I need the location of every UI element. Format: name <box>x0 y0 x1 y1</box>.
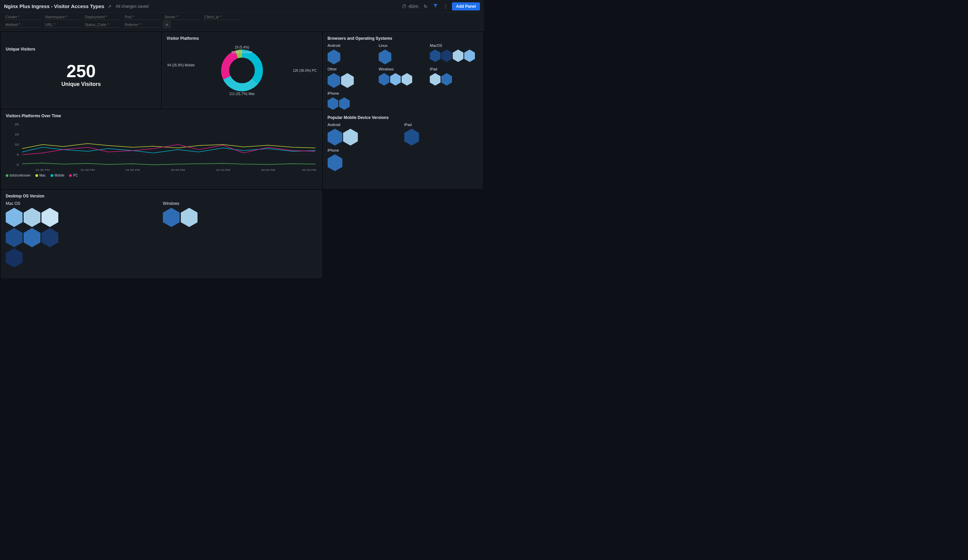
status-code-filter[interactable] <box>84 22 121 28</box>
over-time-panel: Visitors Platforms Over Time 20 15 10 5 … <box>2 110 322 188</box>
add-panel-button[interactable]: Add Panel <box>452 2 480 10</box>
share-icon[interactable]: ↗ <box>108 4 111 9</box>
svg-text:02:30 PM: 02:30 PM <box>302 169 317 172</box>
mac-hex-7 <box>6 249 23 268</box>
legend-mobile-label: Mobile <box>55 174 65 177</box>
refresh-button[interactable]: ↻ <box>422 2 429 10</box>
pod-filter[interactable] <box>123 14 161 20</box>
filter-bar: + <box>0 13 484 31</box>
ipad-hex-1 <box>430 73 441 86</box>
donut-label-pc: 126 (36.0%) PC <box>293 68 317 73</box>
popular-iphone-hexes <box>328 154 478 171</box>
browser-linux: Linux <box>378 43 427 65</box>
line-chart-container: 20 15 10 5 0 01:30 PM 01:40 PM 01:50 PM … <box>6 121 318 172</box>
legend-bots: bots/unknown <box>6 174 31 177</box>
namespace-filter[interactable] <box>44 14 81 20</box>
svg-text:0: 0 <box>17 163 19 166</box>
win-hex-2 <box>181 208 197 227</box>
cluster-filter[interactable] <box>4 14 41 20</box>
svg-text:01:30 PM: 01:30 PM <box>36 169 50 172</box>
referrer-filter[interactable] <box>123 22 161 28</box>
browser-other: Other <box>328 67 376 88</box>
header-actions: ⏱ -60m ↻ ⋮ Add Panel <box>400 2 480 10</box>
linux-label: Linux <box>378 43 427 48</box>
windows-hexes <box>378 73 427 86</box>
browser-iphone: iPhone <box>328 91 478 110</box>
macos-hexes <box>430 50 478 62</box>
svg-text:02:20 PM: 02:20 PM <box>261 169 275 172</box>
filter-row-1 <box>4 14 480 20</box>
linux-hexes <box>378 50 427 65</box>
iphone-hex-2 <box>339 98 350 110</box>
legend-pc: PC <box>69 174 78 177</box>
desktop-os-panel: Desktop OS Version Mac OS Windows <box>2 190 322 278</box>
url-filter[interactable] <box>44 22 81 28</box>
legend-mac: Mac <box>35 174 46 177</box>
legend-bots-dot <box>6 174 8 177</box>
desktop-windows-label: Windows <box>163 201 317 206</box>
popular-iphone-section: iPhone <box>328 148 478 171</box>
page-title: Nginx Plus Ingress - Visitor Access Type… <box>4 3 104 9</box>
mac-hex-1 <box>6 208 23 227</box>
svg-text:02:00 PM: 02:00 PM <box>171 169 185 172</box>
android-hexes <box>328 50 376 65</box>
svg-text:02:10 PM: 02:10 PM <box>216 169 230 172</box>
method-filter[interactable] <box>4 22 41 28</box>
linux-hex-1 <box>378 50 391 65</box>
popular-iphone-label: iPhone <box>328 148 478 152</box>
server-filter[interactable] <box>163 14 200 20</box>
macos-label: MacOS <box>430 43 478 48</box>
popular-ipad-label: iPad <box>404 123 478 127</box>
windows-hex-3 <box>401 73 412 86</box>
line-chart: 20 15 10 5 0 01:30 PM 01:40 PM 01:50 PM … <box>6 121 318 172</box>
deployment-filter[interactable] <box>84 14 121 20</box>
windows-hex-2 <box>390 73 401 86</box>
mac-hex-5 <box>23 228 40 247</box>
unique-visitors-panel: Unique Visitors 250 Unique Visitors <box>2 32 161 108</box>
popular-android-hex-2 <box>343 129 358 146</box>
other-hex-2 <box>341 73 354 88</box>
svg-text:20: 20 <box>15 123 19 126</box>
desktop-macos-label: Mac OS <box>6 201 160 206</box>
svg-text:15: 15 <box>15 133 19 136</box>
popular-mobile-section: Popular Mobile Device Versions Android i… <box>328 115 478 171</box>
macos-hex-1 <box>430 50 441 62</box>
popular-mobile-grid: Android iPad <box>328 123 478 146</box>
legend-mac-dot <box>35 174 38 177</box>
filter-icon-button[interactable] <box>432 2 439 10</box>
macos-hex-3 <box>453 50 463 62</box>
browser-windows: Windows <box>378 67 427 88</box>
browser-macos: MacOS <box>430 43 478 65</box>
donut-label-bots: 19 (5.4%) bots/unknown <box>232 45 252 54</box>
visitors-label: Unique Visitors <box>6 81 156 87</box>
visitors-count: 250 <box>6 61 156 81</box>
ipad-label: iPad <box>430 67 478 71</box>
iphone-label: iPhone <box>328 91 478 95</box>
header: Nginx Plus Ingress - Visitor Access Type… <box>0 0 484 13</box>
client-ip-filter[interactable] <box>203 14 240 20</box>
popular-ipad: iPad <box>404 123 478 146</box>
desktop-macos: Mac OS <box>6 201 160 268</box>
popular-ipad-hexes <box>404 129 478 146</box>
mac-hex-3 <box>41 208 58 227</box>
add-filter-button[interactable]: + <box>163 21 171 28</box>
ipad-hex-2 <box>441 73 452 86</box>
time-range-button[interactable]: ⏱ -60m <box>400 2 420 10</box>
browser-section: Android Linux MacOS <box>328 43 478 88</box>
svg-text:5: 5 <box>17 153 19 156</box>
donut-label-mobile: 94 (26.9%) Mobile <box>167 63 194 67</box>
donut-chart-container: 19 (5.4%) bots/unknown 126 (36.0%) PC 94… <box>166 43 317 98</box>
other-label: Other <box>328 67 376 71</box>
desktop-windows: Windows <box>163 201 317 268</box>
desktop-macos-hexes <box>6 208 73 268</box>
iphone-hex-1 <box>328 98 338 110</box>
macos-hex-2 <box>441 50 452 62</box>
legend-mobile-dot <box>51 174 53 177</box>
svg-text:10: 10 <box>15 143 19 146</box>
more-options-button[interactable]: ⋮ <box>442 2 449 10</box>
windows-label: Windows <box>378 67 427 71</box>
popular-android-label: Android <box>328 123 402 127</box>
popular-iphone-hex-1 <box>328 154 342 171</box>
desktop-os-grid: Mac OS Windows <box>6 201 318 268</box>
time-range-value: -60m <box>408 4 418 9</box>
